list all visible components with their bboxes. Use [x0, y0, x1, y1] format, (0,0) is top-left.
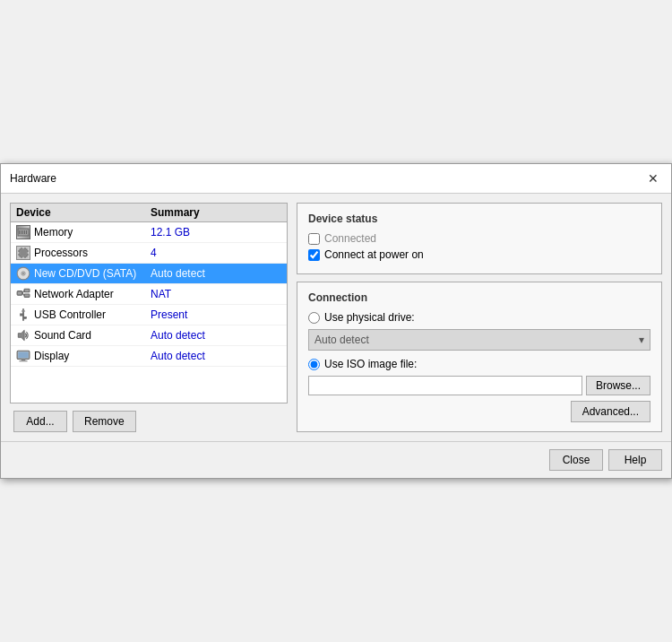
- iso-label: Use ISO image file:: [324, 358, 417, 370]
- help-button[interactable]: Help: [608, 449, 662, 471]
- svg-rect-5: [26, 230, 27, 234]
- summary-memory: 12.1 GB: [151, 226, 281, 239]
- iso-radio[interactable]: [308, 359, 320, 370]
- connected-checkbox[interactable]: [308, 233, 320, 245]
- physical-drive-label: Use physical drive:: [324, 311, 415, 324]
- add-button[interactable]: Add...: [13, 411, 67, 432]
- iso-input-row: Browse...: [308, 376, 650, 395]
- titlebar: Hardware ✕: [1, 164, 671, 194]
- svg-rect-19: [17, 291, 22, 296]
- memory-icon: [16, 225, 30, 239]
- device-name-processors: Processors: [16, 246, 151, 260]
- iso-path-input[interactable]: [308, 376, 582, 395]
- dialog-title: Hardware: [10, 172, 56, 185]
- network-icon: [16, 287, 30, 301]
- browse-button[interactable]: Browse...: [586, 376, 650, 395]
- col-device-header: Device: [16, 206, 151, 219]
- hardware-dialog: Hardware ✕ Device Summary: [0, 163, 672, 479]
- svg-marker-30: [18, 330, 24, 340]
- svg-rect-7: [21, 250, 26, 256]
- usb-icon: [16, 308, 30, 322]
- main-content: Device Summary: [1, 194, 671, 441]
- connection-section: Connection Use physical drive: Auto dete…: [297, 282, 662, 432]
- device-label-memory: Memory: [34, 226, 73, 239]
- device-name-network: Network Adapter: [16, 287, 151, 301]
- dvd-icon: [16, 266, 30, 281]
- table-row[interactable]: Processors 4: [11, 243, 287, 264]
- summary-network: NAT: [151, 288, 281, 300]
- summary-cdvd: Auto detect: [151, 267, 281, 280]
- drive-dropdown-value: Auto detect: [314, 334, 369, 346]
- device-status-section: Device status Connected Connect at power…: [297, 203, 662, 274]
- device-name-display: Display: [16, 349, 151, 363]
- svg-rect-34: [19, 360, 27, 361]
- advanced-button[interactable]: Advanced...: [571, 401, 650, 422]
- left-buttons: Add... Remove: [10, 411, 288, 432]
- summary-sound: Auto detect: [151, 329, 281, 342]
- right-panel: Device status Connected Connect at power…: [297, 203, 662, 432]
- device-label-usb: USB Controller: [34, 308, 106, 321]
- table-header: Device Summary: [11, 204, 287, 222]
- remove-button[interactable]: Remove: [73, 411, 136, 432]
- svg-rect-1: [19, 230, 20, 234]
- svg-rect-2: [21, 230, 22, 234]
- dropdown-arrow-icon: ▾: [639, 334, 644, 346]
- col-summary-header: Summary: [151, 206, 281, 219]
- device-label-display: Display: [34, 350, 69, 362]
- sound-icon: [16, 328, 30, 343]
- connection-title: Connection: [308, 291, 650, 304]
- summary-processors: 4: [151, 247, 281, 259]
- svg-point-18: [22, 273, 24, 274]
- device-name-sound: Sound Card: [16, 328, 151, 343]
- physical-drive-radio[interactable]: [308, 312, 320, 324]
- svg-marker-25: [22, 308, 26, 311]
- connected-row: Connected: [308, 232, 650, 245]
- connected-label: Connected: [324, 232, 376, 245]
- left-panel: Device Summary: [10, 203, 288, 432]
- summary-display: Auto detect: [151, 350, 281, 362]
- close-window-button[interactable]: ✕: [644, 169, 662, 187]
- connect-power-label: Connect at power on: [324, 248, 424, 261]
- table-row-cdvd[interactable]: New CD/DVD (SATA) Auto detect: [11, 264, 287, 284]
- close-button[interactable]: Close: [549, 449, 603, 471]
- physical-drive-dropdown: Auto detect ▾: [308, 329, 650, 351]
- cpu-icon: [16, 246, 30, 260]
- physical-drive-row: Use physical drive:: [308, 311, 650, 324]
- device-table: Device Summary: [10, 203, 288, 403]
- svg-rect-20: [24, 289, 30, 291]
- table-row-sound[interactable]: Sound Card Auto detect: [11, 325, 287, 346]
- connect-power-row: Connect at power on: [308, 248, 650, 261]
- bottom-bar: Close Help: [1, 441, 671, 478]
- iso-radio-row: Use ISO image file:: [308, 358, 650, 370]
- device-status-title: Device status: [308, 213, 650, 225]
- connect-power-checkbox[interactable]: [308, 249, 320, 261]
- table-row-usb[interactable]: USB Controller Present: [11, 305, 287, 325]
- svg-rect-21: [24, 294, 30, 297]
- table-row-display[interactable]: Display Auto detect: [11, 346, 287, 367]
- display-icon: [16, 349, 30, 363]
- table-row[interactable]: Memory 12.1 GB: [11, 222, 287, 243]
- svg-rect-32: [18, 351, 28, 358]
- device-name-usb: USB Controller: [16, 308, 151, 322]
- table-row-network[interactable]: Network Adapter NAT: [11, 284, 287, 305]
- device-name-cdvd: New CD/DVD (SATA): [16, 266, 151, 281]
- device-name-memory: Memory: [16, 225, 151, 239]
- svg-rect-33: [22, 359, 26, 360]
- device-label-cdvd: New CD/DVD (SATA): [34, 267, 136, 280]
- svg-rect-4: [24, 230, 25, 234]
- advanced-row: Advanced...: [308, 401, 650, 422]
- device-label-network: Network Adapter: [34, 288, 114, 300]
- device-label-sound: Sound Card: [34, 329, 91, 342]
- svg-rect-3: [22, 230, 23, 234]
- summary-usb: Present: [151, 308, 281, 321]
- device-label-processors: Processors: [34, 247, 88, 259]
